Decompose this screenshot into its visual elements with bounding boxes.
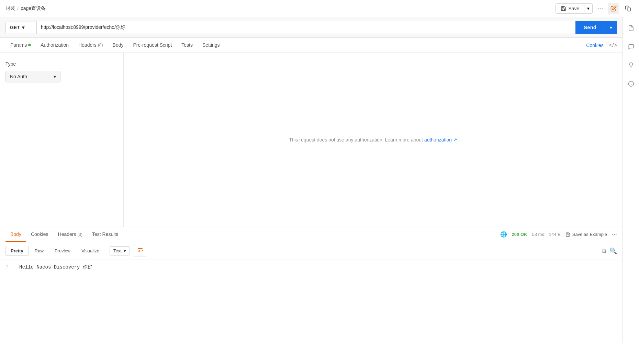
resp-tab-test-results[interactable]: Test Results: [87, 227, 123, 242]
send-dropdown-button[interactable]: ▾: [605, 21, 617, 34]
copy-icon: [625, 5, 631, 12]
line-number: 1: [5, 264, 12, 270]
content-area: GET ▾ Send ▾ Params Authorization Header…: [0, 17, 623, 343]
resp-tab-cookies[interactable]: Cookies: [26, 227, 53, 242]
save-example-label: Save as Example: [572, 232, 607, 237]
search-response-icon[interactable]: 🔍: [609, 247, 617, 255]
format-chevron: ▾: [124, 248, 126, 253]
request-tabs-bar: Params Authorization Headers (8) Body Pr…: [0, 38, 623, 53]
auth-main: This request does not use any authorizat…: [124, 53, 623, 227]
code-icon[interactable]: </>: [609, 42, 617, 48]
response-more-button[interactable]: ···: [612, 231, 617, 238]
top-bar: 封装 / page查设备 Save ▾ ···: [0, 0, 639, 17]
body-tab-raw[interactable]: Raw: [30, 246, 48, 255]
body-tab-preview[interactable]: Preview: [50, 246, 75, 255]
right-sidebar: [623, 17, 639, 343]
tab-settings[interactable]: Settings: [198, 38, 225, 53]
url-bar: GET ▾ Send ▾: [0, 17, 623, 38]
wrap-button[interactable]: [134, 245, 146, 257]
breadcrumb-parent[interactable]: 封装: [5, 5, 15, 12]
response-tabs-bar: Body Cookies Headers (3) Test Results 🌐 …: [0, 227, 623, 242]
tab-body[interactable]: Body: [108, 38, 128, 53]
body-tab-pretty[interactable]: Pretty: [5, 246, 29, 256]
main-layout: GET ▾ Send ▾ Params Authorization Header…: [0, 17, 639, 343]
url-input[interactable]: [36, 21, 575, 34]
resp-headers-count: (3): [77, 232, 82, 237]
send-button[interactable]: Send: [575, 21, 605, 34]
auth-type-select[interactable]: No Auth ▾: [5, 71, 60, 82]
code-line: 1 Hello Nacos Discovery 你好: [5, 264, 617, 270]
tab-headers-label: Headers: [78, 42, 97, 48]
resp-tab-body[interactable]: Body: [5, 227, 26, 242]
save-button[interactable]: Save: [556, 4, 584, 13]
tab-tests-label: Tests: [181, 42, 193, 48]
save-label: Save: [568, 6, 579, 11]
breadcrumb-page: page查设备: [21, 5, 46, 12]
save-example-button[interactable]: Save as Example: [565, 232, 607, 237]
method-value: GET: [10, 25, 20, 30]
auth-content: Type No Auth ▾ This request does not use…: [0, 53, 623, 227]
more-options-button[interactable]: ···: [596, 4, 605, 12]
copy-response-icon[interactable]: ⧉: [602, 247, 606, 255]
save-btn-group: Save ▾: [556, 3, 593, 14]
auth-message-text: This request does not use any authorizat…: [289, 137, 423, 143]
tab-tests[interactable]: Tests: [177, 38, 198, 53]
wrap-icon: [137, 247, 143, 253]
breadcrumb: 封装 / page查设备: [5, 5, 46, 12]
response-body-tabs: Pretty Raw Preview Visualize Text ▾: [0, 242, 623, 260]
method-select[interactable]: GET ▾: [5, 22, 36, 33]
tab-params[interactable]: Params: [5, 38, 36, 53]
document-icon: [628, 25, 634, 31]
info-icon: [628, 81, 634, 87]
auth-sidebar: Type No Auth ▾: [0, 53, 124, 227]
breadcrumb-separator: /: [17, 6, 19, 11]
comment-icon: [628, 44, 634, 50]
save-dropdown-button[interactable]: ▾: [584, 4, 592, 13]
code-area: 1 Hello Nacos Discovery 你好: [0, 260, 623, 343]
code-content: Hello Nacos Discovery 你好: [19, 264, 92, 270]
resp-tab-cookies-label: Cookies: [31, 231, 48, 237]
tab-authorization[interactable]: Authorization: [36, 38, 74, 53]
tab-prerequest[interactable]: Pre-request Script: [128, 38, 177, 53]
lightbulb-icon-button[interactable]: [626, 60, 637, 71]
type-label: Type: [5, 61, 118, 67]
body-tab-raw-label: Raw: [35, 248, 44, 253]
headers-count: (8): [98, 43, 103, 47]
body-tab-pretty-label: Pretty: [11, 248, 23, 253]
response-area: Body Cookies Headers (3) Test Results 🌐 …: [0, 227, 623, 343]
tab-authorization-label: Authorization: [41, 42, 69, 48]
toolbar-right: Save ▾ ···: [556, 3, 634, 14]
resp-tab-body-label: Body: [10, 231, 21, 237]
tab-params-label: Params: [10, 42, 27, 48]
body-tab-visualize[interactable]: Visualize: [77, 246, 104, 255]
method-dropdown-icon: ▾: [22, 25, 24, 30]
params-dot: [28, 44, 31, 46]
auth-type-chevron: ▾: [54, 74, 56, 79]
resp-tab-headers[interactable]: Headers (3): [53, 227, 87, 242]
cookies-link[interactable]: Cookies: [586, 43, 604, 48]
pencil-icon: [610, 5, 617, 12]
save-example-icon: [565, 232, 570, 237]
auth-type-value: No Auth: [10, 74, 27, 79]
tab-prerequest-label: Pre-request Script: [133, 42, 172, 48]
document-icon-button[interactable]: [626, 23, 637, 34]
body-tab-preview-label: Preview: [55, 248, 70, 253]
auth-message: This request does not use any authorizat…: [289, 137, 457, 143]
lightbulb-icon: [628, 62, 634, 68]
tab-headers[interactable]: Headers (8): [74, 38, 108, 53]
info-icon-button[interactable]: [626, 78, 637, 89]
tab-settings-label: Settings: [202, 42, 220, 48]
format-select[interactable]: Text ▾: [110, 246, 130, 255]
format-value: Text: [113, 248, 122, 253]
response-status: 200 OK: [512, 232, 527, 237]
svg-rect-0: [627, 8, 631, 11]
resp-body-icons: ⧉ 🔍: [602, 247, 617, 255]
resp-tab-testresults-label: Test Results: [92, 231, 118, 237]
comment-icon-button[interactable]: [626, 41, 637, 52]
tab-body-label: Body: [113, 42, 124, 48]
save-icon: [561, 6, 566, 11]
edit-icon-button[interactable]: [608, 3, 619, 14]
auth-learn-link[interactable]: authorization ↗: [424, 137, 457, 143]
response-size: 144 B: [549, 232, 561, 237]
copy-icon-button[interactable]: [623, 3, 634, 14]
